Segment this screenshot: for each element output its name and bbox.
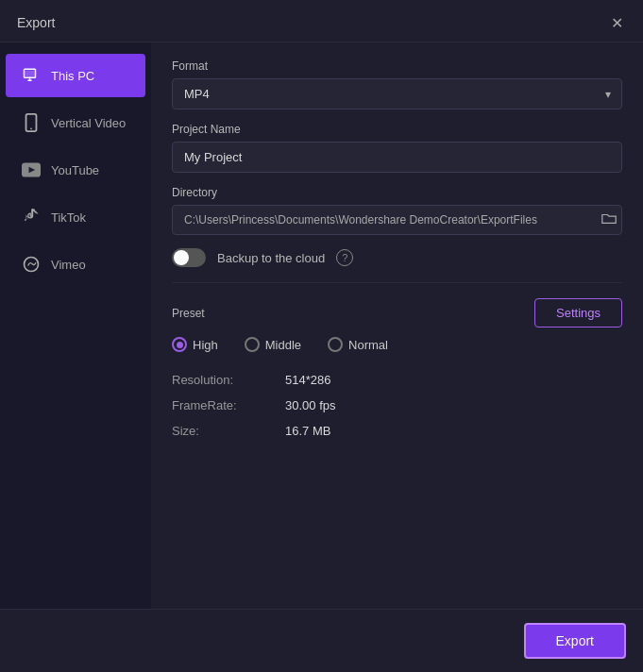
vimeo-icon xyxy=(21,254,42,275)
export-button[interactable]: Export xyxy=(524,623,626,659)
sidebar-item-vertical-video[interactable]: Vertical Video xyxy=(6,101,145,144)
sidebar-label-this-pc: This PC xyxy=(51,69,94,83)
directory-wrapper xyxy=(172,205,622,235)
sidebar-label-vimeo: Vimeo xyxy=(51,258,86,272)
sidebar-item-this-pc[interactable]: This PC xyxy=(6,54,145,97)
preset-header: Preset Settings xyxy=(172,298,622,328)
title-bar: Export ✕ xyxy=(0,0,643,42)
youtube-icon xyxy=(21,160,42,180)
preset-high-label: High xyxy=(193,338,218,352)
tiktok-icon: ♪ xyxy=(21,207,42,227)
project-name-input[interactable] xyxy=(172,142,622,173)
framerate-value: 30.00 fps xyxy=(285,398,622,412)
preset-normal[interactable]: Normal xyxy=(328,337,388,352)
preset-group: Preset Settings High Middle xyxy=(172,298,622,352)
sidebar-item-tiktok[interactable]: ♪ TikTok xyxy=(6,195,145,239)
sidebar: This PC Vertical Video xyxy=(0,42,151,609)
close-button[interactable]: ✕ xyxy=(607,13,626,32)
phone-icon xyxy=(21,112,42,133)
directory-group: Directory xyxy=(172,186,622,235)
preset-normal-label: Normal xyxy=(348,338,388,352)
radio-high-circle xyxy=(172,337,187,352)
svg-rect-1 xyxy=(25,71,35,76)
monitor-icon xyxy=(21,65,42,86)
directory-input[interactable] xyxy=(172,205,622,235)
preset-high[interactable]: High xyxy=(172,337,218,352)
divider xyxy=(172,282,622,283)
resolution-key: Resolution: xyxy=(172,373,285,387)
project-name-group: Project Name xyxy=(172,123,622,173)
settings-button[interactable]: Settings xyxy=(534,298,622,328)
format-label: Format xyxy=(172,59,622,73)
toggle-knob xyxy=(174,250,189,265)
content-area: This PC Vertical Video xyxy=(0,42,643,609)
dialog-title: Export xyxy=(17,15,55,30)
sidebar-item-vimeo[interactable]: Vimeo xyxy=(6,243,145,286)
sidebar-label-youtube: YouTube xyxy=(51,163,99,177)
svg-text:♪: ♪ xyxy=(24,211,29,223)
radio-normal-circle xyxy=(328,337,343,352)
preset-middle-label: Middle xyxy=(265,338,301,352)
format-select[interactable]: MP4 AVI MOV MKV GIF xyxy=(172,78,622,109)
preset-radio-group: High Middle Normal xyxy=(172,337,622,352)
format-select-wrapper: MP4 AVI MOV MKV GIF ▾ xyxy=(172,78,622,109)
sidebar-label-vertical-video: Vertical Video xyxy=(51,116,126,130)
main-panel: Format MP4 AVI MOV MKV GIF ▾ Project Nam… xyxy=(151,42,643,609)
preset-middle[interactable]: Middle xyxy=(245,337,301,352)
preset-label: Preset xyxy=(172,307,205,320)
help-icon[interactable]: ? xyxy=(336,249,353,266)
project-name-label: Project Name xyxy=(172,123,622,136)
cloud-backup-row: Backup to the cloud ? xyxy=(172,248,622,267)
size-key: Size: xyxy=(172,424,285,438)
export-dialog: Export ✕ This PC xyxy=(0,0,643,672)
info-grid: Resolution: 514*286 FrameRate: 30.00 fps… xyxy=(172,373,622,438)
cloud-toggle[interactable] xyxy=(172,248,206,267)
directory-label: Directory xyxy=(172,186,622,199)
framerate-key: FrameRate: xyxy=(172,398,285,412)
radio-middle-circle xyxy=(245,337,260,352)
format-group: Format MP4 AVI MOV MKV GIF ▾ xyxy=(172,59,622,109)
svg-point-7 xyxy=(25,258,39,272)
svg-point-3 xyxy=(30,127,32,129)
resolution-value: 514*286 xyxy=(285,373,622,387)
sidebar-item-youtube[interactable]: YouTube xyxy=(6,148,145,192)
browse-folder-button[interactable] xyxy=(601,212,617,228)
sidebar-label-tiktok: TikTok xyxy=(51,210,86,225)
cloud-label: Backup to the cloud xyxy=(217,251,325,265)
size-value: 16.7 MB xyxy=(285,424,622,438)
bottom-bar: Export xyxy=(0,609,643,672)
